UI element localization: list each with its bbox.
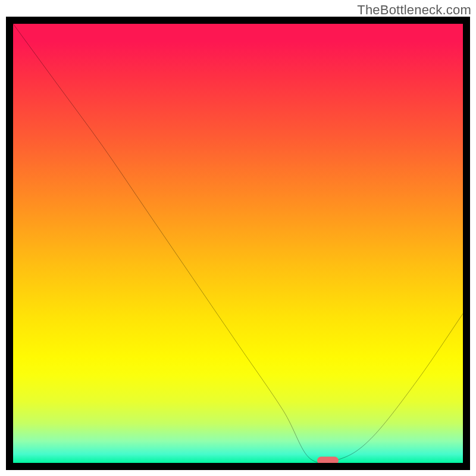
watermark-text: TheBottleneck.com	[357, 2, 471, 18]
plot-frame	[6, 17, 470, 470]
bottleneck-curve	[13, 24, 463, 463]
plot-area	[13, 24, 463, 463]
curve-path	[13, 24, 463, 463]
chart-container: TheBottleneck.com	[0, 0, 476, 476]
optimum-marker	[317, 457, 339, 463]
